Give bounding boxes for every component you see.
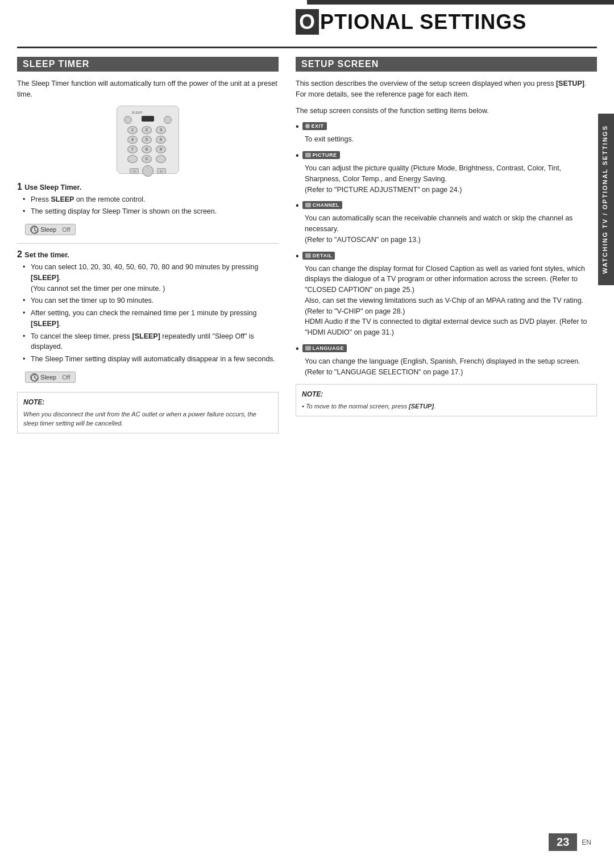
title-o-letter: O <box>296 9 319 35</box>
bullet-dot-detail: • <box>296 251 299 261</box>
page-number: 23 <box>549 833 577 851</box>
left-column: SLEEP TIMER The Sleep Timer function wil… <box>17 57 279 433</box>
step-1-bullet-2: The setting display for Sleep Timer is s… <box>23 206 279 217</box>
step-1-label: Use Sleep Timer. <box>24 183 81 191</box>
picture-badge: PICTURE <box>302 151 340 159</box>
sleep-timer-header: SLEEP TIMER <box>17 57 279 72</box>
page-title-area: OPTIONAL SETTINGS <box>296 10 591 34</box>
detail-icon <box>305 253 311 258</box>
remote-center-btn <box>142 165 154 177</box>
sleep-badge-icon-2 <box>30 373 38 381</box>
setup-screen-note-title: NOTE: <box>302 389 591 399</box>
step-1-number: 1 Use Sleep Timer. <box>17 182 279 192</box>
setup-screen-intro2: The setup screen consists of the functio… <box>296 106 597 116</box>
step-2-label: Set the timer. <box>24 251 69 259</box>
detail-description: You can change the display format for Cl… <box>305 264 597 338</box>
bullet-dot-language: • <box>296 344 299 354</box>
remote-num-0: 0 <box>142 155 152 163</box>
remote-side-btn-1: ◁ <box>130 168 139 174</box>
sleep-timer-note-text: When you disconnect the unit from the AC… <box>23 410 272 428</box>
top-bar <box>307 0 614 5</box>
step-1-bullet-1: Press SLEEP on the remote control. <box>23 194 279 205</box>
picture-badge-row: • PICTURE <box>296 151 597 161</box>
remote-num-2: 2 <box>142 126 152 134</box>
channel-badge: CHANNEL <box>302 201 343 209</box>
channel-icon <box>305 203 311 207</box>
language-icon <box>305 346 311 350</box>
setup-item-language: • LANGUAGE You can change the language (… <box>296 344 597 378</box>
remote-circle-btn-2 <box>164 116 172 124</box>
picture-icon <box>305 153 311 157</box>
step-2-bullet-3: After setting, you can check the remaine… <box>23 308 279 329</box>
sleep-timer-intro: The Sleep Timer function will automatica… <box>17 78 279 100</box>
remote-numpad: 1 2 3 4 5 6 7 8 9 0 <box>127 126 168 163</box>
sleep-badge-icon-1 <box>30 226 38 233</box>
bullet-dot-channel: • <box>296 201 299 211</box>
sleep-timer-note: NOTE: When you disconnect the unit from … <box>17 392 279 433</box>
sleep-timer-note-title: NOTE: <box>23 397 272 407</box>
setup-screen-note: NOTE: • To move to the normal screen, pr… <box>296 384 597 416</box>
step-2-bullets: You can select 10, 20, 30, 40, 50, 60, 7… <box>23 262 279 365</box>
picture-description: You can adjust the picture quality (Pict… <box>305 163 597 195</box>
channel-description: You can automatically scan the receivabl… <box>305 213 597 245</box>
remote-num-1: 1 <box>127 126 138 134</box>
language-badge: LANGUAGE <box>302 344 347 352</box>
remote-sleep-label: SLEEP <box>131 111 142 114</box>
remote-num-5: 5 <box>142 136 152 144</box>
page-number-area: 23 EN <box>549 833 591 851</box>
remote-top-buttons <box>121 116 175 124</box>
remote-box: SLEEP 1 2 3 4 5 6 7 8 9 0 <box>117 106 179 174</box>
side-tab: WATCHING TV / OPTIONAL SETTINGS <box>598 114 614 285</box>
exit-badge: EXIT <box>302 122 327 130</box>
remote-sleep-btn <box>142 116 154 122</box>
remote-num-6: 6 <box>156 136 166 144</box>
right-column: SETUP SCREEN This section describes the … <box>296 57 597 416</box>
exit-badge-row: • EXIT <box>296 122 597 132</box>
detail-badge: DETAIL <box>302 252 335 260</box>
title-rest: PTIONAL SETTINGS <box>320 10 526 34</box>
bullet-dot-exit: • <box>296 122 299 132</box>
remote-label-row: SLEEP <box>121 111 175 114</box>
sleep-badge-1: Sleep Off <box>25 224 76 235</box>
step-2-number: 2 Set the timer. <box>17 249 279 260</box>
page-lang: EN <box>582 838 591 846</box>
exit-icon <box>305 124 310 128</box>
sleep-badge-off-2: Off <box>62 374 70 381</box>
remote-side-btn-2: ▷ <box>157 168 166 174</box>
channel-badge-row: • CHANNEL <box>296 201 597 211</box>
sleep-badge-off-1: Off <box>62 226 70 233</box>
remote-num-7: 7 <box>127 145 138 153</box>
remote-bottom-row: ◁ ▷ <box>130 165 166 177</box>
step-2-bullet-4: To cancel the sleep timer, press [SLEEP]… <box>23 331 279 353</box>
language-description: You can change the language (English, Sp… <box>305 356 597 378</box>
sleep-badge-text-1: Sleep <box>40 226 56 233</box>
step-1-bullets: Press SLEEP on the remote control. The s… <box>23 194 279 218</box>
remote-num-9: 9 <box>156 145 166 153</box>
remote-circle-btn-1 <box>124 116 132 124</box>
remote-num-blank1 <box>127 155 138 163</box>
step-2-bullet-1: You can select 10, 20, 30, 40, 50, 60, 7… <box>23 262 279 294</box>
step-2-bullet-2: You can set the timer up to 90 minutes. <box>23 295 279 306</box>
setup-item-detail: • DETAIL You can change the display form… <box>296 251 597 338</box>
setup-screen-intro1: This section describes the overview of t… <box>296 78 597 100</box>
step-2-bullet-5: The Sleep Timer setting display will aut… <box>23 354 279 365</box>
remote-num-8: 8 <box>142 145 152 153</box>
setup-item-channel: • CHANNEL You can automatically scan the… <box>296 201 597 245</box>
sleep-badge-text-2: Sleep <box>40 374 56 381</box>
page-title: OPTIONAL SETTINGS <box>296 10 591 34</box>
setup-screen-header: SETUP SCREEN <box>296 57 597 72</box>
sleep-badge-2: Sleep Off <box>25 372 76 383</box>
divider-1 <box>17 243 279 244</box>
detail-badge-row: • DETAIL <box>296 251 597 261</box>
title-rule <box>17 47 597 48</box>
setup-item-picture: • PICTURE You can adjust the picture qua… <box>296 151 597 195</box>
setup-item-exit: • EXIT To exit settings. <box>296 122 597 145</box>
language-badge-row: • LANGUAGE <box>296 344 597 354</box>
bullet-dot-picture: • <box>296 151 299 161</box>
exit-description: To exit settings. <box>305 134 597 145</box>
setup-screen-note-text: • To move to the normal screen, press [S… <box>302 402 591 411</box>
remote-num-3: 3 <box>156 126 166 134</box>
remote-num-4: 4 <box>127 136 138 144</box>
remote-num-blank2 <box>156 155 166 163</box>
remote-image: SLEEP 1 2 3 4 5 6 7 8 9 0 <box>17 106 279 174</box>
